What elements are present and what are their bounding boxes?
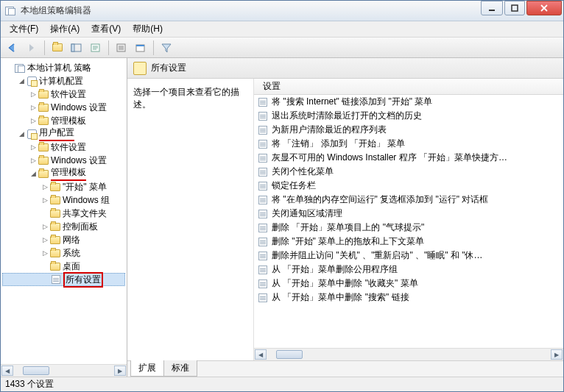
policy-tree[interactable]: 本地计算机 策略 ◢计算机配置 ▷软件设置 ▷Windows 设置 ▷管理模板 … [1, 58, 127, 364]
up-level-button[interactable] [49, 40, 66, 56]
tree-uc-wincomp[interactable]: ▷Windows 组 [2, 193, 125, 207]
list-header[interactable]: 设置 [254, 79, 563, 95]
scroll-thumb[interactable] [276, 350, 303, 359]
menu-help[interactable]: 帮助(H) [127, 21, 169, 37]
config-icon [26, 129, 38, 139]
policy-item-icon [257, 181, 269, 191]
tree-uc-startmenu[interactable]: ▷"开始" 菜单 [2, 180, 125, 193]
policy-item-icon [257, 153, 269, 163]
description-text: 选择一个项目来查看它的描述。 [133, 87, 239, 110]
scroll-right-icon[interactable]: ▶ [551, 349, 563, 360]
list-item[interactable]: 删除 「开始」菜单项目上的 "气球提示" [254, 221, 563, 235]
filter-button[interactable] [158, 40, 175, 56]
policy-item-icon [257, 237, 269, 247]
tree-pane: 本地计算机 策略 ◢计算机配置 ▷软件设置 ▷Windows 设置 ▷管理模板 … [1, 58, 127, 377]
policy-icon [14, 63, 26, 73]
folder-icon [38, 142, 49, 152]
menu-file[interactable]: 文件(F) [4, 21, 44, 37]
refresh-button[interactable] [113, 40, 130, 56]
list-item-label: 关闭通知区域清理 [272, 207, 342, 220]
tree-uc-net[interactable]: ▷网络 [2, 233, 125, 246]
tree-uc-sys[interactable]: ▷系统 [2, 246, 125, 260]
list-item-label: 将 「注销」 添加到 「开始」 菜单 [272, 138, 405, 150]
tree-uc-all-settings[interactable]: 所有设置 [2, 273, 125, 286]
window-buttons [481, 1, 563, 21]
tree-uc-windows[interactable]: ▷Windows 设置 [2, 154, 125, 167]
maximize-button[interactable] [504, 1, 525, 15]
list-item[interactable]: 退出系统时清除最近打开的文档的历史 [254, 109, 563, 123]
tree-uc-share[interactable]: 共享文件夹 [2, 207, 125, 220]
tree-label: 系统 [63, 247, 80, 260]
list-item[interactable]: 锁定任务栏 [254, 179, 563, 193]
toolbar-separator [153, 40, 154, 55]
list-item[interactable]: 灰显不可用的 Windows Installer 程序 「开始」菜单快捷方… [254, 151, 563, 165]
list-item[interactable]: 关闭个性化菜单 [254, 165, 563, 179]
settings-list-panel: 设置 将 "搜索 Internet" 链接添加到 "开始" 菜单退出系统时清除最… [254, 79, 563, 360]
scroll-left-icon[interactable]: ◀ [255, 349, 267, 360]
tree-label: Windows 设置 [51, 101, 107, 114]
svg-rect-3 [71, 44, 74, 51]
close-button[interactable] [526, 1, 562, 15]
title-bar: 本地组策略编辑器 [1, 1, 563, 21]
policy-item-icon [257, 265, 269, 275]
tab-standard[interactable]: 标准 [163, 360, 197, 377]
policy-item-icon [257, 251, 269, 261]
details-title: 所有设置 [151, 62, 186, 74]
folder-icon [38, 155, 49, 165]
show-hide-tree-button[interactable] [68, 40, 85, 56]
list-item[interactable]: 从 「开始」菜单中删除 "收藏夹" 菜单 [254, 277, 563, 291]
tree-computer-config[interactable]: ◢计算机配置 [2, 74, 125, 88]
help-button[interactable] [132, 40, 149, 56]
list-item[interactable]: 将 「注销」 添加到 「开始」 菜单 [254, 137, 563, 151]
tree-uc-admin[interactable]: ◢管理模板 [2, 167, 125, 180]
list-item-label: 从 「开始」菜单中删除 "收藏夹" 菜单 [272, 277, 418, 290]
column-setting[interactable]: 设置 [260, 79, 283, 94]
tab-extended[interactable]: 扩展 [130, 360, 164, 377]
scroll-left-icon[interactable]: ◀ [1, 366, 13, 376]
folder-icon [49, 248, 61, 258]
settings-list[interactable]: 将 "搜索 Internet" 链接添加到 "开始" 菜单退出系统时清除最近打开… [254, 95, 563, 348]
tree-label: 管理模板 [51, 115, 86, 127]
list-item[interactable]: 删除并阻止访问 "关机" 、"重新启动" 、"睡眠" 和 "休… [254, 249, 563, 263]
tree-cc-windows[interactable]: ▷Windows 设置 [2, 101, 125, 114]
list-item[interactable]: 删除 "开始" 菜单上的拖放和上下文菜单 [254, 235, 563, 249]
scroll-thumb[interactable] [23, 366, 49, 375]
tree-label: "开始" 菜单 [63, 181, 107, 193]
list-item-label: 删除并阻止访问 "关机" 、"重新启动" 、"睡眠" 和 "休… [272, 249, 483, 262]
policy-item-icon [257, 111, 269, 121]
folder-icon [49, 261, 61, 271]
list-item[interactable]: 从 「开始」菜单中删除 "搜索" 链接 [254, 291, 563, 304]
list-item[interactable]: 将 "搜索 Internet" 链接添加到 "开始" 菜单 [254, 95, 563, 109]
list-item-label: 锁定任务栏 [272, 179, 316, 192]
list-item-label: 灰显不可用的 Windows Installer 程序 「开始」菜单快捷方… [272, 152, 507, 164]
details-body: 选择一个项目来查看它的描述。 设置 将 "搜索 Internet" 链接添加到 … [127, 79, 563, 360]
tree-cc-software[interactable]: ▷软件设置 [2, 88, 125, 101]
tree-uc-desktop[interactable]: 桌面 [2, 260, 125, 273]
policy-item-icon [257, 167, 269, 177]
svg-rect-0 [489, 10, 495, 11]
list-h-scrollbar[interactable]: ◀ ▶ [254, 348, 563, 360]
export-list-button[interactable] [87, 40, 105, 56]
list-item[interactable]: 为新用户清除最近的程序列表 [254, 123, 563, 137]
policy-item-icon [257, 279, 269, 289]
policy-item-icon [257, 209, 269, 219]
tree-uc-cpl[interactable]: ▷控制面板 [2, 220, 125, 233]
scroll-right-icon[interactable]: ▶ [114, 366, 126, 376]
details-header: 所有设置 [127, 58, 563, 79]
toolbar-separator [108, 40, 109, 55]
tree-uc-software[interactable]: ▷软件设置 [2, 140, 125, 154]
list-item[interactable]: 关闭通知区域清理 [254, 207, 563, 221]
menu-action[interactable]: 操作(A) [44, 21, 85, 37]
tree-user-config[interactable]: ◢用户配置 [2, 127, 125, 140]
list-item[interactable]: 从 「开始」菜单删除公用程序组 [254, 263, 563, 277]
nav-forward-button[interactable] [23, 40, 40, 56]
tree-cc-admin[interactable]: ▷管理模板 [2, 114, 125, 127]
list-item[interactable]: 将 "在单独的内存空间运行" 复选框添加到 "运行" 对话框 [254, 193, 563, 207]
minimize-button[interactable] [481, 1, 503, 15]
policy-item-icon [257, 293, 269, 303]
tree-h-scrollbar[interactable]: ◀ ▶ [1, 364, 127, 377]
nav-back-button[interactable] [4, 40, 21, 56]
toolbar-separator [44, 40, 45, 55]
menu-view[interactable]: 查看(V) [85, 21, 127, 37]
tree-root[interactable]: 本地计算机 策略 [2, 61, 125, 74]
